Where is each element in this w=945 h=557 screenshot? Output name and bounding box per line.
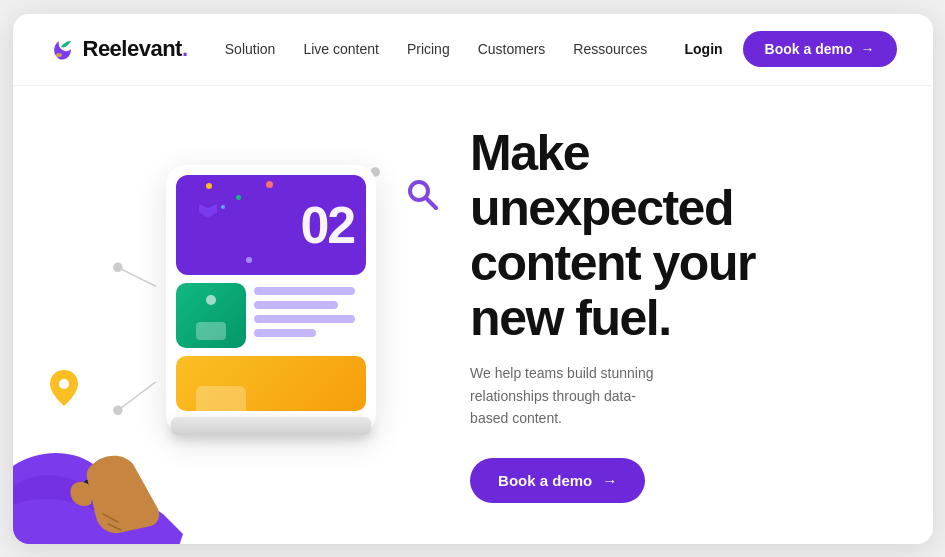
hero-text: Make unexpected content your new fuel. W… <box>470 126 892 502</box>
card-line-2 <box>254 301 338 309</box>
nav-demo-button[interactable]: Book a demo → <box>743 31 897 67</box>
logo[interactable]: Reelevant. <box>49 35 188 63</box>
card-line-4 <box>254 329 316 337</box>
hero-headline: Make unexpected content your new fuel. <box>470 126 872 346</box>
nav-solution[interactable]: Solution <box>225 41 276 57</box>
nav-links: Solution Live content Pricing Customers … <box>225 41 648 57</box>
card-top: 02 <box>176 175 366 275</box>
graduation-cap-icon <box>190 187 226 226</box>
nav-actions: Login Book a demo → <box>684 31 896 67</box>
svg-line-3 <box>117 267 155 286</box>
search-icon <box>404 176 440 220</box>
hero-subtext: We help teams build stunning relationshi… <box>470 362 670 429</box>
hero-section: 02 <box>13 86 933 544</box>
navbar: Reelevant. Solution Live content Pricing… <box>13 14 933 86</box>
card-image-green <box>176 283 246 348</box>
logo-icon <box>49 35 77 63</box>
illustration-area: 02 <box>13 86 471 544</box>
nav-pricing[interactable]: Pricing <box>407 41 450 57</box>
login-button[interactable]: Login <box>684 41 722 57</box>
nav-live-content[interactable]: Live content <box>303 41 379 57</box>
browser-window: Reelevant. Solution Live content Pricing… <box>13 14 933 544</box>
nav-ressources[interactable]: Ressources <box>573 41 647 57</box>
svg-line-13 <box>426 198 436 208</box>
hand-illustration <box>13 374 223 544</box>
brand-name: Reelevant. <box>83 36 188 62</box>
card-line-3 <box>254 315 355 323</box>
svg-point-11 <box>217 208 222 213</box>
card-number: 02 <box>300 199 354 251</box>
svg-point-7 <box>113 262 123 272</box>
card-line-1 <box>254 287 355 295</box>
svg-point-0 <box>56 53 62 57</box>
hero-demo-button[interactable]: Book a demo → <box>470 458 645 503</box>
nav-customers[interactable]: Customers <box>478 41 546 57</box>
card-middle <box>176 283 366 348</box>
card-lines <box>254 283 366 337</box>
